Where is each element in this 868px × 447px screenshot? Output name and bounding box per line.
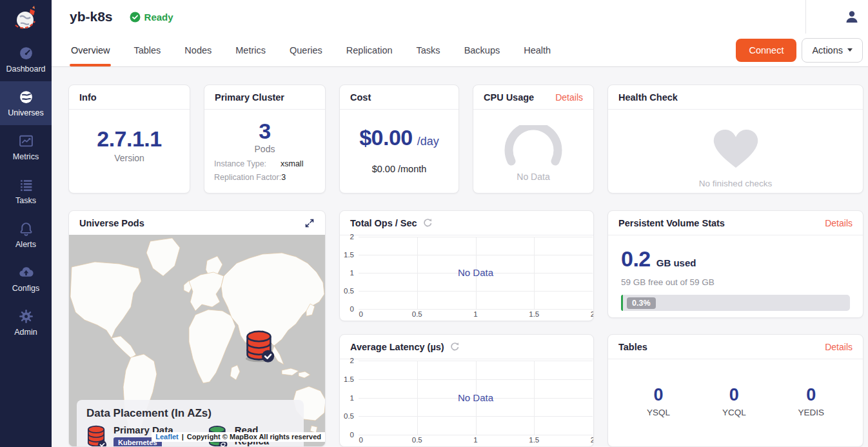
world-map[interactable]: Data Placement (In AZs) Primary Data bbox=[69, 235, 325, 446]
primary-data-map-marker bbox=[246, 332, 274, 363]
volume-percent-badge: 0.3% bbox=[627, 297, 656, 309]
cost-per-month: $0.00 /month bbox=[372, 164, 427, 174]
instance-type-label: Instance Type: bbox=[214, 159, 281, 168]
sidebar-item-label: Metrics bbox=[13, 152, 39, 161]
sidebar-item-metrics[interactable]: Metrics bbox=[0, 125, 52, 169]
bell-icon bbox=[18, 221, 34, 237]
tab-metrics[interactable]: Metrics bbox=[235, 34, 266, 67]
chart-icon bbox=[18, 133, 34, 149]
volume-progress-fill bbox=[621, 295, 623, 311]
sidebar-item-label: Universes bbox=[8, 108, 44, 117]
universe-title: yb-k8s bbox=[70, 9, 113, 25]
leaflet-link[interactable]: Leaflet bbox=[155, 433, 178, 441]
tab-replication[interactable]: Replication bbox=[346, 34, 393, 67]
tab-tasks[interactable]: Tasks bbox=[417, 34, 440, 67]
tab-label: Backups bbox=[464, 45, 500, 55]
tab-health[interactable]: Health bbox=[524, 34, 551, 67]
actions-button[interactable]: Actions bbox=[802, 38, 863, 63]
cloud-upload-icon bbox=[18, 264, 34, 281]
tab-label: Metrics bbox=[235, 45, 266, 55]
replication-factor-row: Replication Factor: 3 bbox=[214, 173, 315, 182]
refresh-icon bbox=[449, 342, 459, 352]
tab-overview[interactable]: Overview bbox=[71, 34, 110, 67]
tab-label: Overview bbox=[71, 45, 110, 55]
version-label: Version bbox=[114, 153, 144, 163]
chevron-down-icon bbox=[847, 48, 853, 52]
ysql-count: 0 YSQL bbox=[647, 385, 670, 417]
gb-used-value: 0.2 bbox=[621, 246, 651, 272]
ycql-value: 0 bbox=[729, 385, 739, 405]
sidebar-item-universes[interactable]: Universes bbox=[0, 81, 52, 125]
y-tick: 1 bbox=[350, 269, 354, 277]
x-tick: 2 bbox=[591, 436, 594, 444]
card-title: Cost bbox=[350, 92, 371, 103]
user-icon bbox=[844, 9, 860, 25]
cpu-details-link[interactable]: Details bbox=[555, 92, 583, 103]
rocket-globe-logo-icon bbox=[11, 4, 41, 34]
tab-nodes[interactable]: Nodes bbox=[184, 34, 212, 67]
y-tick: 1 bbox=[350, 394, 354, 402]
ycql-label: YCQL bbox=[722, 408, 746, 417]
tab-bar: Overview Tables Nodes Metrics Queries Re… bbox=[52, 34, 868, 67]
cost-per-day-value: $0.00 bbox=[359, 125, 413, 150]
cpu-usage-card: CPU Usage Details No Data bbox=[473, 84, 594, 194]
tab-queries[interactable]: Queries bbox=[290, 34, 322, 67]
sidebar-item-alerts[interactable]: Alerts bbox=[0, 213, 52, 257]
replication-factor-value: 3 bbox=[281, 173, 286, 182]
tab-label: Tables bbox=[133, 45, 161, 55]
cost-card: Cost $0.00 /day $0.00 /month bbox=[339, 84, 459, 194]
health-check-card: Health Check No finished checks bbox=[607, 84, 863, 194]
user-zone bbox=[805, 0, 868, 34]
yugabyte-logo[interactable] bbox=[0, 0, 52, 37]
pods-label: Pods bbox=[255, 144, 275, 154]
ysql-value: 0 bbox=[654, 385, 664, 405]
card-title: Health Check bbox=[618, 92, 678, 103]
card-title: Info bbox=[79, 92, 97, 103]
connect-button[interactable]: Connect bbox=[736, 39, 796, 62]
y-tick: 1.5 bbox=[344, 375, 354, 383]
x-tick: 0 bbox=[359, 436, 362, 444]
replication-factor-label: Replication Factor: bbox=[214, 173, 281, 182]
gauge-icon bbox=[18, 45, 34, 61]
refresh-latency-button[interactable] bbox=[449, 342, 459, 352]
chart-no-data-text: No Data bbox=[359, 267, 593, 278]
instance-type-row: Instance Type: xsmall bbox=[214, 159, 315, 168]
tables-details-link[interactable]: Details bbox=[825, 342, 853, 352]
persistent-volume-card: Persistent Volume Stats Details 0.2 GB u… bbox=[607, 210, 863, 318]
tab-label: Replication bbox=[346, 45, 393, 55]
sidebar-item-label: Admin bbox=[14, 328, 37, 337]
refresh-ops-button[interactable] bbox=[422, 218, 432, 228]
tab-label: Tasks bbox=[417, 45, 440, 55]
chart-title: Total Ops / Sec bbox=[350, 218, 417, 228]
sidebar-item-admin[interactable]: Admin bbox=[0, 301, 52, 344]
sidebar-item-tasks[interactable]: Tasks bbox=[0, 169, 52, 213]
tab-backups[interactable]: Backups bbox=[464, 34, 500, 67]
user-menu-button[interactable] bbox=[844, 9, 860, 25]
topbar: yb-k8s Ready bbox=[52, 0, 868, 34]
x-tick: 1 bbox=[473, 310, 477, 318]
tab-label: Queries bbox=[290, 45, 322, 55]
expand-icon bbox=[304, 218, 315, 228]
x-tick: 0.5 bbox=[412, 310, 422, 318]
y-tick: 0 bbox=[350, 305, 354, 313]
primary-data-db-icon bbox=[86, 424, 107, 447]
ysql-label: YSQL bbox=[647, 408, 670, 417]
refresh-icon bbox=[422, 218, 432, 228]
expand-map-button[interactable] bbox=[304, 218, 315, 228]
card-title: Persistent Volume Stats bbox=[618, 218, 725, 228]
gauge-arc-icon bbox=[502, 125, 564, 166]
yedis-value: 0 bbox=[806, 385, 816, 405]
y-tick: 0.5 bbox=[344, 412, 354, 420]
plot-grid: No Data bbox=[359, 361, 593, 435]
sidebar-item-configs[interactable]: Configs bbox=[0, 257, 52, 301]
instance-type-value: xsmall bbox=[281, 159, 303, 168]
y-tick: 0 bbox=[350, 431, 354, 439]
sidebar: Dashboard Universes Metrics bbox=[0, 0, 52, 447]
sidebar-item-dashboard[interactable]: Dashboard bbox=[0, 37, 52, 81]
cpu-no-data-text: No Data bbox=[517, 172, 549, 182]
x-tick: 2 bbox=[591, 310, 594, 318]
status-badge: Ready bbox=[130, 12, 173, 23]
actions-label: Actions bbox=[812, 45, 843, 55]
volume-details-link[interactable]: Details bbox=[825, 218, 853, 228]
tab-tables[interactable]: Tables bbox=[133, 34, 161, 67]
